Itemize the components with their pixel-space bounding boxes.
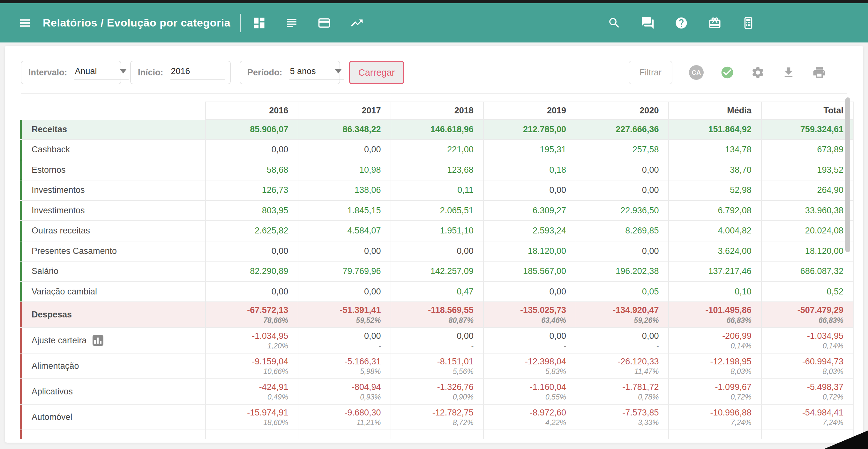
section-percent: 59,52% [356, 317, 381, 324]
period-label: Período: [247, 68, 282, 78]
value-cell [668, 430, 761, 439]
section-value: 85.906,07 [250, 124, 288, 134]
section-value: -67.572,13 [247, 305, 288, 315]
year-header-cell: Média [668, 101, 761, 120]
value-cell: 0,00 [483, 282, 576, 302]
chart-badge-icon[interactable] [93, 335, 103, 346]
value-cell: 0,00 [205, 282, 298, 302]
row-label-cell: Alimentação [20, 354, 205, 379]
value-cell: 195,31 [483, 140, 576, 160]
cell-value: 0,00 [364, 331, 381, 341]
check-circle-icon[interactable] [720, 65, 734, 80]
search-icon[interactable] [607, 16, 621, 30]
appbar-nav [252, 16, 364, 30]
section-value-cell: -51.391,4159,52% [298, 302, 390, 328]
cell-value: -1.099,67 [715, 382, 751, 392]
value-cell: 193,52 [761, 160, 854, 181]
cell-value: 686.087,32 [800, 266, 843, 276]
section-header-row: Receitas85.906,0786.348,22146.618,96212.… [20, 120, 854, 140]
value-cell: 686.087,32 [761, 262, 854, 282]
value-cell [391, 430, 483, 439]
cell-value: 0,11 [457, 185, 473, 195]
cell-percent: 3,33% [638, 419, 659, 426]
trending-up-icon[interactable] [350, 16, 364, 30]
dashboard-icon[interactable] [252, 16, 266, 30]
start-input[interactable] [171, 66, 232, 76]
cell-value: 264,90 [817, 185, 843, 195]
section-value-cell: 85.906,07 [205, 120, 298, 140]
value-cell: 52,98 [668, 180, 761, 201]
value-cell: -10.996,887,24% [668, 405, 761, 430]
gear-icon[interactable] [751, 65, 765, 80]
credit-card-icon[interactable] [317, 16, 331, 30]
cell-value: -9.680,30 [344, 408, 381, 418]
cell-value: -15.974,91 [247, 408, 288, 418]
row-label: Cashback [32, 145, 70, 155]
interval-value: Anual [75, 66, 97, 76]
row-label-cell: Presentes Casamento [20, 241, 205, 262]
cell-percent: 8,03% [731, 368, 751, 375]
scrollbar-thumb[interactable] [845, 97, 850, 252]
cell-value: 0,00 [272, 145, 288, 155]
cell-value: -1.160,04 [530, 382, 566, 392]
section-percent: 66,83% [726, 317, 751, 324]
cell-value: -12.198,95 [710, 357, 751, 367]
value-cell: 2.065,51 [391, 201, 483, 221]
value-cell: 134,78 [668, 140, 761, 160]
cell-percent: 0,93% [360, 393, 381, 401]
value-cell: -15.974,9118,60% [205, 405, 298, 430]
avatar[interactable]: CA [689, 65, 704, 80]
value-cell: 0,00 [576, 180, 668, 201]
value-cell: -54.984,417,24% [761, 405, 854, 430]
year-header-label: 2016 [269, 106, 288, 116]
value-cell: 0,10 [668, 282, 761, 302]
download-icon[interactable] [781, 65, 796, 80]
row-label-cell: Investimentos [20, 180, 205, 201]
section-value: -101.495,86 [706, 305, 751, 315]
row-label: Alimentação [32, 361, 79, 371]
cell-percent: 5,56% [453, 368, 473, 375]
value-cell: -12.782,758,72% [391, 405, 483, 430]
cell-value: 0,00 [272, 246, 288, 256]
calculator-icon[interactable] [741, 16, 755, 30]
cell-value: 137.217,46 [708, 266, 751, 276]
cell-value: -5.166,31 [344, 357, 381, 367]
section-value: -507.479,29 [798, 305, 843, 315]
year-header-label: 2018 [455, 106, 473, 116]
cell-value: 0,05 [642, 287, 659, 297]
cell-value: 38,70 [730, 165, 751, 175]
gift-icon[interactable] [708, 16, 722, 30]
value-cell: 0,05 [576, 282, 668, 302]
year-header-cell: 2016 [205, 101, 298, 120]
section-value-cell: 227.666,36 [576, 120, 668, 140]
value-cell: 0,18 [483, 160, 576, 181]
year-header-cell: 2017 [298, 101, 390, 120]
help-icon[interactable] [674, 16, 688, 30]
print-icon[interactable] [812, 65, 826, 80]
menu-icon[interactable] [18, 16, 32, 30]
cell-value: -8.151,01 [437, 357, 473, 367]
load-button[interactable]: Carregar [349, 61, 404, 84]
section-label: Receitas [20, 120, 205, 140]
value-cell: -424,910,49% [205, 379, 298, 405]
cell-value: 20.024,08 [805, 226, 843, 236]
cell-value: -12.398,04 [525, 357, 566, 367]
value-cell [298, 430, 390, 439]
cell-value: 0,00 [364, 246, 381, 256]
interval-select[interactable]: Anual [74, 65, 129, 80]
value-cell: 18.120,00 [483, 241, 576, 262]
window-chrome-strip [0, 0, 868, 3]
period-select[interactable]: 5 anos [289, 65, 344, 80]
section-value-cell: 759.324,61 [761, 120, 854, 140]
cell-percent: 11,21% [356, 419, 381, 426]
cell-percent: 5,83% [546, 368, 566, 375]
cell-value: 257,58 [632, 145, 659, 155]
chat-icon[interactable] [641, 16, 655, 30]
row-label-cell: Outras receitas [20, 221, 205, 241]
section-value: -51.391,41 [340, 305, 381, 315]
list-icon[interactable] [285, 16, 299, 30]
cell-value: 0,00 [364, 287, 381, 297]
section-percent: 66,83% [818, 317, 843, 324]
value-cell: 4.004,82 [668, 221, 761, 241]
filter-button[interactable]: Filtrar [629, 61, 672, 84]
